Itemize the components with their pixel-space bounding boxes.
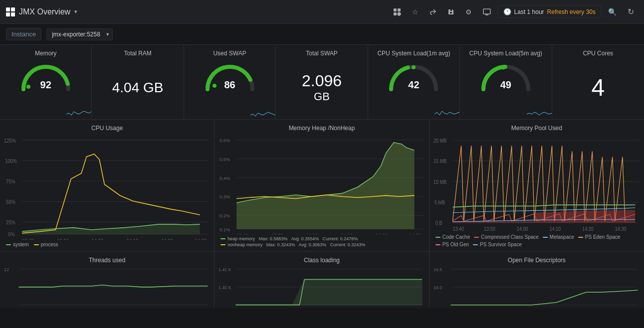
svg-text:0.1%: 0.1% <box>219 227 230 232</box>
legend-metaspace-dot <box>543 237 548 238</box>
class-loading-title: Class loading <box>218 257 425 264</box>
instance-select[interactable]: jmx-exporter:5258 <box>46 28 113 40</box>
instance-select-wrapper[interactable]: jmx-exporter:5258 <box>46 28 113 40</box>
gauge-cpu-cores-title: CPU Cores <box>583 50 613 57</box>
save-button[interactable] <box>443 6 458 17</box>
gauge-cpu-load-1m-title: CPU System Load(1m avg) <box>377 50 450 57</box>
svg-marker-31 <box>22 224 200 234</box>
legend-compressed-class-dot <box>474 237 479 238</box>
settings-button[interactable]: ⚙ <box>461 6 476 18</box>
refresh-label: Refresh every 30s <box>547 8 596 15</box>
threads-chart-area: 12 <box>4 267 210 308</box>
svg-text:13:50: 13:50 <box>57 238 68 240</box>
memory-mini-chart <box>66 104 91 119</box>
svg-text:50%: 50% <box>6 199 15 204</box>
memory-heap-legend: heap memory Max: 0.5883% Avg: 0.3554% Cu… <box>218 236 425 247</box>
svg-text:0 B: 0 B <box>435 220 442 226</box>
legend-system-label: system <box>13 242 29 247</box>
bottom-row: Threads used 12 Class loading 1.41 K 1.4… <box>0 252 644 308</box>
svg-text:14:10: 14:10 <box>549 226 561 232</box>
cpu-cores-value-container: 4 <box>591 60 605 115</box>
star-button[interactable]: ☆ <box>408 6 423 18</box>
svg-text:14:30: 14:30 <box>195 238 206 240</box>
svg-text:13:40: 13:40 <box>22 238 33 240</box>
legend-ps-eden-dot <box>578 237 583 238</box>
cpu-usage-legend: system process <box>4 242 210 247</box>
open-files-title: Open File Descriptors <box>433 257 640 264</box>
legend-heap-label: heap memory Max: 0.5883% Avg: 0.3554% Cu… <box>227 236 358 241</box>
svg-text:25%: 25% <box>6 220 15 225</box>
cpu-cores-value: 4 <box>591 74 605 101</box>
svg-text:14:20: 14:20 <box>161 238 173 240</box>
threads-svg: 12 <box>4 267 210 308</box>
total-swap-unit: GB <box>314 90 330 103</box>
memory-pool-panel: Memory Pool Used 20 MB 15 MB 10 MB 5 MB … <box>429 120 644 251</box>
memory-pool-chart-area: 20 MB 15 MB 10 MB 5 MB 0 B 13:40 13:50 1… <box>433 135 640 232</box>
svg-point-10 <box>213 84 216 88</box>
class-loading-svg: 1.41 K 1.40 K <box>218 267 425 308</box>
instance-label: Instance <box>6 28 41 40</box>
svg-text:14:20: 14:20 <box>582 226 594 232</box>
gauge-total-ram-title: Total RAM <box>124 50 151 57</box>
open-files-svg: 16.5 16.0 <box>433 267 640 308</box>
svg-rect-0 <box>394 8 397 11</box>
legend-nonheap: nonheap memory Max: 0.3243% Avg: 0.3063%… <box>220 242 425 247</box>
svg-text:14:30: 14:30 <box>410 233 421 234</box>
svg-text:1.40 K: 1.40 K <box>218 285 231 290</box>
svg-text:0.6%: 0.6% <box>219 138 230 143</box>
class-loading-chart-area: 1.41 K 1.40 K <box>218 267 425 308</box>
svg-text:100%: 100% <box>5 158 17 164</box>
topbar-actions: ☆ ⚙ 🕐 Last 1 hour Refresh every 30s 🔍 ↻ <box>389 5 638 18</box>
svg-text:14:00: 14:00 <box>516 226 528 232</box>
class-loading-panel: Class loading 1.41 K 1.40 K <box>215 252 429 308</box>
legend-ps-survivor-label: PS Survivor Space <box>480 242 522 247</box>
gauge-total-swap: Total SWAP 2.096 GB <box>276 45 368 119</box>
svg-text:10 MB: 10 MB <box>433 179 446 185</box>
cpu-load-1m-value: 42 <box>408 79 419 91</box>
legend-heap-dot <box>220 238 225 239</box>
gauge-total-ram: Total RAM 4.04 GB <box>92 45 184 119</box>
cpu-load-5m-mini-chart <box>527 104 552 119</box>
svg-text:14:20: 14:20 <box>376 233 387 234</box>
legend-ps-survivor-dot <box>473 244 478 245</box>
legend-system: system <box>6 242 29 247</box>
svg-rect-6 <box>483 9 490 14</box>
svg-rect-2 <box>394 12 397 15</box>
svg-point-9 <box>26 85 30 89</box>
gauge-used-swap: Used SWAP 86 <box>184 45 276 119</box>
svg-text:14:10: 14:10 <box>127 238 138 240</box>
legend-code-cache-label: Code Cache <box>442 234 470 240</box>
legend-compressed-class-label: Compressed Class Space <box>481 234 539 240</box>
svg-point-11 <box>412 65 416 69</box>
svg-marker-50 <box>236 143 414 229</box>
svg-text:0%: 0% <box>8 232 15 237</box>
legend-ps-eden-label: PS Eden Space <box>585 234 621 240</box>
legend-ps-survivor: PS Survivor Space <box>473 242 522 247</box>
search-button[interactable]: 🔍 <box>604 6 621 18</box>
tv-mode-button[interactable] <box>479 6 495 17</box>
svg-rect-1 <box>398 8 401 11</box>
share-button[interactable] <box>426 6 440 17</box>
svg-text:0.3%: 0.3% <box>219 194 230 199</box>
refresh-button[interactable]: ↻ <box>624 5 638 18</box>
gauge-row: Memory 92 Total RAM 4.04 GB Used SWAP <box>0 45 644 120</box>
svg-marker-77 <box>236 280 423 306</box>
cpu-load-5m-gauge-container: 49 <box>478 62 533 92</box>
svg-text:13:40: 13:40 <box>236 233 248 234</box>
time-range-picker[interactable]: 🕐 Last 1 hour Refresh every 30s <box>498 5 601 18</box>
legend-process-label: process <box>41 242 58 247</box>
total-swap-value: 2.096 <box>302 72 342 90</box>
legend-ps-old-gen-label: PS Old Gen <box>442 242 469 247</box>
open-files-chart-area: 16.5 16.0 <box>433 267 640 308</box>
title-caret[interactable]: ▾ <box>74 8 77 15</box>
add-panel-button[interactable] <box>389 6 405 18</box>
memory-pool-title: Memory Pool Used <box>433 125 640 132</box>
memory-heap-svg: 0.6% 0.5% 0.4% 0.3% 0.2% 0.1% 13:40 13:5… <box>218 135 425 234</box>
used-swap-mini-chart <box>250 104 275 119</box>
memory-pool-svg: 20 MB 15 MB 10 MB 5 MB 0 B 13:40 13:50 1… <box>433 135 640 232</box>
legend-metaspace-label: Metaspace <box>550 234 574 240</box>
svg-text:0.2%: 0.2% <box>219 213 230 218</box>
legend-process: process <box>34 242 58 247</box>
gauge-used-swap-title: Used SWAP <box>213 50 246 57</box>
legend-nonheap-label: nonheap memory Max: 0.3243% Avg: 0.3063%… <box>227 242 365 247</box>
